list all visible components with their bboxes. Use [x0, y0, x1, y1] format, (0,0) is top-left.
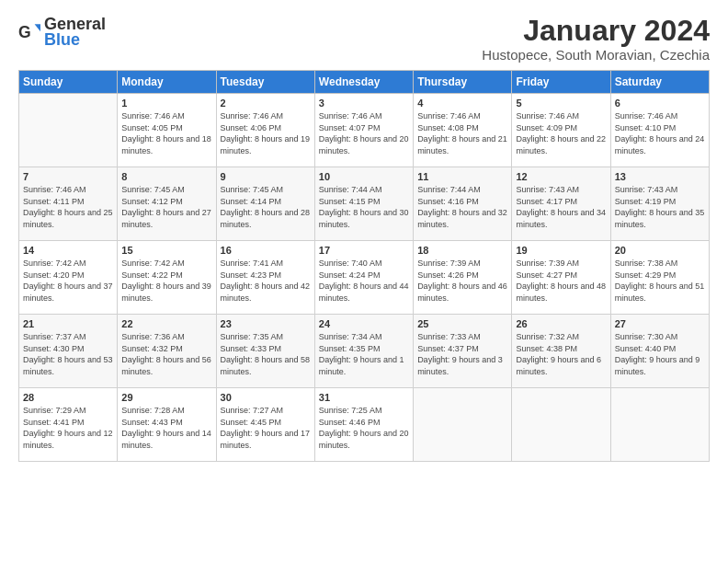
svg-text:G: G [18, 23, 31, 41]
day-number: 18 [417, 245, 507, 256]
cell-sunset: Sunset: 4:30 PM [23, 344, 85, 353]
cell-sunset: Sunset: 4:35 PM [319, 344, 381, 353]
day-number: 10 [319, 171, 409, 182]
cell-daylight: Daylight: 8 hours and 42 minutes. [221, 282, 311, 303]
cell-sunrise: Sunrise: 7:28 AM [121, 406, 185, 415]
cell-daylight: Daylight: 8 hours and 44 minutes. [319, 282, 409, 303]
cell-sunrise: Sunrise: 7:46 AM [221, 111, 284, 121]
cell-sunset: Sunset: 4:17 PM [516, 197, 577, 206]
calendar-header-wednesday: Wednesday [314, 71, 413, 94]
day-number: 13 [615, 171, 705, 182]
calendar-cell: 30 Sunrise: 7:27 AM Sunset: 4:45 PM Dayl… [216, 388, 314, 462]
header: G General Blue January 2024 Hustopece, S… [18, 15, 710, 63]
day-number: 20 [615, 245, 705, 256]
cell-daylight: Daylight: 8 hours and 22 minutes. [516, 134, 606, 155]
day-number: 15 [121, 245, 211, 256]
calendar-cell: 17 Sunrise: 7:40 AM Sunset: 4:24 PM Dayl… [314, 241, 413, 315]
calendar-cell: 28 Sunrise: 7:29 AM Sunset: 4:41 PM Dayl… [19, 388, 118, 462]
cell-sunset: Sunset: 4:20 PM [23, 270, 85, 280]
calendar-cell: 24 Sunrise: 7:34 AM Sunset: 4:35 PM Dayl… [314, 315, 413, 388]
day-number: 11 [417, 171, 507, 182]
cell-daylight: Daylight: 8 hours and 32 minutes. [417, 208, 507, 229]
day-number: 3 [319, 98, 409, 109]
cell-sunrise: Sunrise: 7:35 AM [221, 332, 284, 341]
cell-daylight: Daylight: 9 hours and 6 minutes. [516, 355, 601, 376]
calendar-cell: 6 Sunrise: 7:46 AM Sunset: 4:10 PM Dayli… [610, 94, 709, 167]
calendar-cell: 4 Sunrise: 7:46 AM Sunset: 4:08 PM Dayli… [414, 94, 512, 167]
day-number: 2 [221, 98, 311, 109]
day-number: 12 [516, 171, 606, 182]
cell-sunset: Sunset: 4:33 PM [221, 344, 282, 353]
calendar-cell: 21 Sunrise: 7:37 AM Sunset: 4:30 PM Dayl… [19, 315, 118, 388]
cell-daylight: Daylight: 8 hours and 30 minutes. [319, 208, 409, 229]
cell-sunrise: Sunrise: 7:39 AM [516, 259, 579, 268]
logo: G General Blue [18, 15, 106, 50]
subtitle: Hustopece, South Moravian, Czechia [482, 47, 710, 63]
cell-sunrise: Sunrise: 7:40 AM [319, 259, 382, 268]
calendar-header-saturday: Saturday [610, 71, 709, 94]
calendar-cell: 19 Sunrise: 7:39 AM Sunset: 4:27 PM Dayl… [512, 241, 610, 315]
calendar-week-row: 14 Sunrise: 7:42 AM Sunset: 4:20 PM Dayl… [19, 241, 710, 315]
cell-sunrise: Sunrise: 7:45 AM [221, 185, 284, 194]
day-number: 26 [516, 318, 606, 329]
cell-sunrise: Sunrise: 7:29 AM [23, 406, 86, 415]
cell-sunset: Sunset: 4:16 PM [417, 197, 479, 206]
cell-daylight: Daylight: 8 hours and 56 minutes. [121, 355, 211, 376]
cell-sunrise: Sunrise: 7:43 AM [615, 185, 678, 194]
calendar-cell [414, 388, 512, 462]
day-number: 16 [221, 245, 311, 256]
cell-daylight: Daylight: 8 hours and 20 minutes. [319, 134, 409, 155]
calendar-header-sunday: Sunday [19, 71, 118, 94]
cell-daylight: Daylight: 9 hours and 3 minutes. [417, 355, 503, 376]
cell-sunset: Sunset: 4:22 PM [121, 270, 183, 280]
day-number: 29 [121, 392, 211, 403]
cell-sunset: Sunset: 4:40 PM [615, 344, 677, 353]
calendar-cell: 31 Sunrise: 7:25 AM Sunset: 4:46 PM Dayl… [314, 388, 413, 462]
cell-daylight: Daylight: 9 hours and 9 minutes. [615, 355, 700, 376]
day-number: 7 [23, 171, 113, 182]
calendar-cell: 9 Sunrise: 7:45 AM Sunset: 4:14 PM Dayli… [216, 167, 314, 241]
cell-sunset: Sunset: 4:27 PM [516, 270, 577, 280]
day-number: 6 [615, 98, 705, 109]
cell-sunrise: Sunrise: 7:27 AM [221, 406, 284, 415]
calendar-cell: 23 Sunrise: 7:35 AM Sunset: 4:33 PM Dayl… [216, 315, 314, 388]
cell-sunrise: Sunrise: 7:30 AM [615, 332, 678, 341]
cell-sunset: Sunset: 4:29 PM [615, 270, 677, 280]
cell-sunrise: Sunrise: 7:34 AM [319, 332, 382, 341]
day-number: 27 [615, 318, 705, 329]
logo-text: General Blue [44, 15, 106, 50]
cell-sunrise: Sunrise: 7:36 AM [121, 332, 185, 341]
cell-sunset: Sunset: 4:09 PM [516, 123, 577, 132]
calendar-cell: 22 Sunrise: 7:36 AM Sunset: 4:32 PM Dayl… [118, 315, 216, 388]
cell-sunset: Sunset: 4:07 PM [319, 123, 381, 132]
cell-sunrise: Sunrise: 7:42 AM [23, 259, 86, 268]
day-number: 14 [23, 245, 113, 256]
cell-sunrise: Sunrise: 7:46 AM [516, 111, 579, 121]
calendar-header-thursday: Thursday [414, 71, 512, 94]
cell-sunset: Sunset: 4:24 PM [319, 270, 381, 280]
cell-sunset: Sunset: 4:06 PM [221, 123, 282, 132]
calendar-cell: 26 Sunrise: 7:32 AM Sunset: 4:38 PM Dayl… [512, 315, 610, 388]
calendar-cell: 11 Sunrise: 7:44 AM Sunset: 4:16 PM Dayl… [414, 167, 512, 241]
calendar-header-row: SundayMondayTuesdayWednesdayThursdayFrid… [19, 71, 710, 94]
calendar-cell: 25 Sunrise: 7:33 AM Sunset: 4:37 PM Dayl… [414, 315, 512, 388]
cell-daylight: Daylight: 8 hours and 48 minutes. [516, 282, 606, 303]
svg-marker-1 [35, 24, 40, 31]
calendar-cell [610, 388, 709, 462]
cell-daylight: Daylight: 8 hours and 28 minutes. [221, 208, 311, 229]
cell-sunrise: Sunrise: 7:46 AM [319, 111, 382, 121]
calendar-table: SundayMondayTuesdayWednesdayThursdayFrid… [18, 70, 710, 462]
day-number: 5 [516, 98, 606, 109]
cell-sunset: Sunset: 4:41 PM [23, 418, 85, 427]
cell-daylight: Daylight: 9 hours and 1 minute. [319, 355, 404, 376]
cell-sunset: Sunset: 4:45 PM [221, 418, 282, 427]
cell-daylight: Daylight: 8 hours and 37 minutes. [23, 282, 113, 303]
cell-sunset: Sunset: 4:43 PM [121, 418, 183, 427]
cell-daylight: Daylight: 8 hours and 34 minutes. [516, 208, 606, 229]
page: G General Blue January 2024 Hustopece, S… [0, 0, 728, 563]
cell-daylight: Daylight: 8 hours and 19 minutes. [221, 134, 311, 155]
day-number: 17 [319, 245, 409, 256]
cell-sunrise: Sunrise: 7:25 AM [319, 406, 382, 415]
cell-sunrise: Sunrise: 7:46 AM [121, 111, 185, 121]
cell-daylight: Daylight: 8 hours and 58 minutes. [221, 355, 311, 376]
